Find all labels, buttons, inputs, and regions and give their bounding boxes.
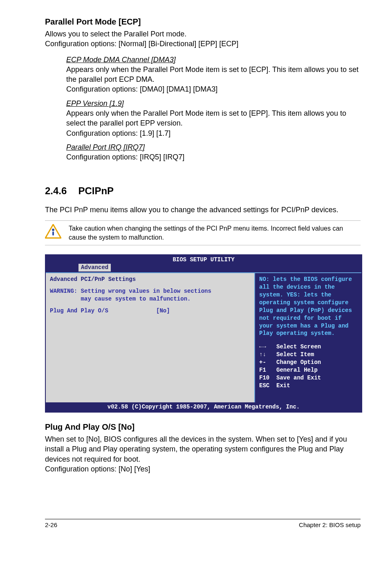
body-text: When set to [No], BIOS configures all th… <box>45 434 361 474</box>
bios-option-value: [No] <box>156 307 170 315</box>
bios-title: BIOS SETUP UTILITY <box>46 255 361 264</box>
bios-warning-text: may cause system to malfunction. <box>50 295 250 303</box>
nav-label: Save and Exit <box>276 374 321 382</box>
bios-screenshot: BIOS SETUP UTILITY Advanced Advanced PCI… <box>45 254 362 413</box>
paragraph-text: Configuration options: [Normal] [Bi-Dire… <box>45 40 238 48</box>
body-text: Configuration options: [1.9] [1.7] <box>66 128 361 138</box>
bios-help-text: NO: lets the BIOS configure all the devi… <box>259 276 357 337</box>
bios-warning-text: WARNING: Setting wrong values in below s… <box>50 287 250 295</box>
nav-key: ESC <box>259 382 272 390</box>
bios-tab-bar: Advanced <box>46 264 361 272</box>
nav-key: F10 <box>259 374 272 382</box>
caution-callout: Take caution when changing the settings … <box>45 220 361 245</box>
body-text: Configuration options: [DMA0] [DMA1] [DM… <box>66 84 361 94</box>
section-number: 2.4.6 <box>45 184 67 197</box>
bios-tab-advanced: Advanced <box>78 264 111 272</box>
heading-parallel-port-mode: Parallel Port Mode [ECP] <box>45 16 361 27</box>
paragraph-text: When set to [No], BIOS configures all th… <box>45 435 347 463</box>
body-text: Appears only when the Parallel Port Mode… <box>66 108 361 128</box>
nav-key: ←→ <box>259 343 272 351</box>
page-number: 2-26 <box>45 521 57 529</box>
svg-marker-0 <box>45 224 61 238</box>
bios-footer-text: v02.58 (C)Copyright 1985-2007, American … <box>46 402 361 412</box>
bios-left-pane: Advanced PCI/PnP Settings WARNING: Setti… <box>46 273 255 402</box>
nav-label: General Help <box>276 366 318 374</box>
nav-key: +- <box>259 359 272 366</box>
page-footer: 2-26 Chapter 2: BIOS setup <box>45 519 361 529</box>
paragraph-text: Configuration options: [No] [Yes] <box>45 465 150 473</box>
nav-key: F1 <box>259 366 272 374</box>
sub-heading: ECP Mode DMA Channel [DMA3] <box>66 56 176 64</box>
bios-option-label: Plug And Play O/S <box>50 307 156 315</box>
bios-nav-help: ←→Select Screen ↑↓Select Item +-Change O… <box>259 343 357 389</box>
section-title: PCIPnP <box>78 184 114 197</box>
bios-right-pane: NO: lets the BIOS configure all the devi… <box>255 273 361 402</box>
body-text: The PCI PnP menu items allow you to chan… <box>45 205 361 215</box>
sub-heading: EPP Version [1.9] <box>66 99 124 108</box>
paragraph-text: Allows you to select the Parallel Port m… <box>45 30 186 38</box>
body-text: Allows you to select the Parallel Port m… <box>45 29 361 49</box>
nav-label: Select Item <box>276 351 314 359</box>
chapter-label: Chapter 2: BIOS setup <box>299 521 361 529</box>
caution-icon <box>45 224 61 239</box>
bios-left-heading: Advanced PCI/PnP Settings <box>50 276 250 283</box>
nav-label: Select Screen <box>276 343 321 351</box>
nav-label: Exit <box>276 382 290 390</box>
nav-label: Change Option <box>276 359 321 366</box>
bios-option-row: Plug And Play O/S [No] <box>50 307 250 315</box>
svg-rect-2 <box>52 231 54 236</box>
heading-plug-and-play: Plug And Play O/S [No] <box>45 422 361 433</box>
body-text: Appears only when the Parallel Port Mode… <box>66 65 361 85</box>
nav-key: ↑↓ <box>259 351 272 359</box>
svg-point-1 <box>52 229 54 231</box>
body-text: Configuration options: [IRQ5] [IRQ7] <box>66 152 361 162</box>
caution-text: Take caution when changing the settings … <box>69 224 361 242</box>
sub-heading: Parallel Port IRQ [IRQ7] <box>66 143 145 151</box>
